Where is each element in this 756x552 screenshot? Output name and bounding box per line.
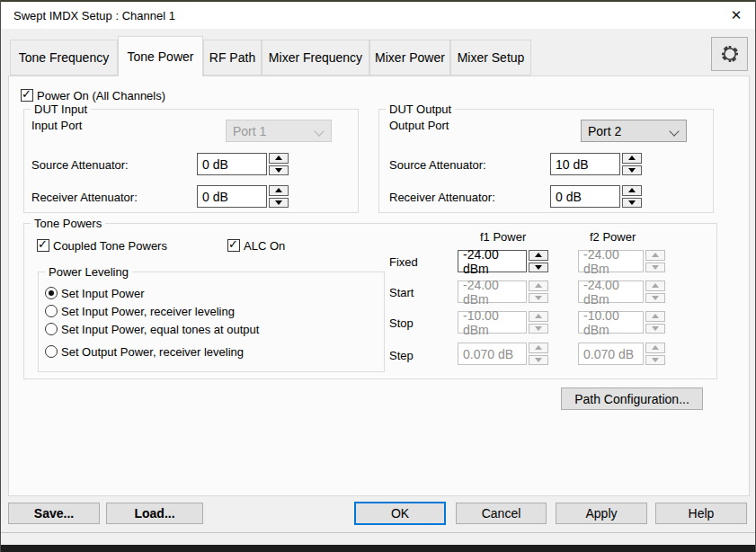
check-icon: ✓	[38, 237, 48, 251]
f1-stop-field: -10.00 dBm	[458, 311, 527, 334]
gear-icon	[718, 42, 742, 66]
f2-step-field: 0.070 dB	[578, 343, 644, 365]
coupled-tone-powers-label: Coupled Tone Powers	[53, 239, 167, 253]
spinner-down-icon	[628, 200, 636, 205]
spinner-up-icon	[535, 345, 542, 350]
window-title: Swept IMDX Setup : Channel 1	[13, 9, 175, 22]
path-configuration-button[interactable]: Path Configuration...	[561, 387, 703, 410]
f2-start-spinner	[645, 280, 665, 303]
dut-input-group-title: DUT Input	[31, 102, 91, 116]
tab-tone-frequency[interactable]: Tone Frequency	[10, 40, 118, 76]
title-bar[interactable]: Swept IMDX Setup : Channel 1 ✕	[1, 2, 756, 29]
tab-mixer-power[interactable]: Mixer Power	[369, 40, 450, 76]
input-receiver-attenuator-spinner[interactable]	[269, 185, 289, 208]
row-label-step: Step	[389, 349, 414, 362]
f2-stop-spinner	[645, 311, 665, 334]
apply-button[interactable]: Apply	[556, 503, 647, 524]
tab-label: Tone Frequency	[19, 50, 109, 65]
spinner-down-button	[645, 324, 665, 334]
spinner-down-button[interactable]	[622, 165, 642, 176]
spinner-up-icon	[535, 253, 542, 257]
spinner-down-button	[645, 293, 665, 304]
spinner-down-icon	[275, 168, 282, 173]
output-receiver-attenuator-label: Receiver Attenuator:	[389, 191, 495, 204]
spinner-down-button[interactable]	[529, 263, 548, 273]
row-label-start: Start	[389, 286, 414, 299]
f1-step-field: 0.070 dB	[458, 343, 527, 365]
background-strip	[1, 545, 756, 552]
spinner-up-button	[529, 343, 548, 353]
spinner-up-icon	[652, 283, 659, 288]
input-port-value: Port 1	[233, 124, 266, 138]
help-button[interactable]: Help	[655, 503, 747, 524]
spinner-up-icon	[652, 314, 659, 318]
output-receiver-attenuator-field[interactable]: 0 dB	[550, 185, 620, 208]
swept-imdx-setup-dialog: Swept IMDX Setup : Channel 1 ✕ Tone Freq…	[0, 0, 756, 552]
save-button[interactable]: Save...	[8, 503, 100, 524]
spinner-up-icon	[628, 156, 636, 160]
output-source-attenuator-spinner[interactable]	[622, 153, 642, 175]
spinner-up-icon	[535, 314, 542, 318]
spinner-up-button	[529, 311, 548, 322]
spinner-up-button[interactable]	[269, 153, 289, 164]
f2-step-spinner	[645, 343, 665, 365]
tab-tone-power[interactable]: Tone Power	[118, 36, 203, 76]
f2-fixed-spinner	[645, 250, 665, 272]
input-source-attenuator-field[interactable]: 0 dB	[197, 153, 267, 175]
cancel-button[interactable]: Cancel	[456, 503, 547, 524]
output-port-combobox[interactable]: Port 2	[581, 120, 687, 142]
tab-label: Mixer Frequency	[269, 50, 362, 65]
coupled-tone-powers-checkbox[interactable]: ✓	[37, 239, 49, 252]
f2-fixed-field: -24.00 dBm	[578, 250, 644, 272]
spinner-up-button[interactable]	[269, 185, 289, 196]
output-port-label: Output Port	[389, 119, 449, 132]
radio-set-input-power-equal-tones-label: Set Input Power, equal tones at output	[61, 323, 259, 336]
output-receiver-attenuator-spinner[interactable]	[622, 185, 642, 208]
spinner-down-button	[529, 293, 548, 304]
f1-fixed-spinner[interactable]	[529, 250, 548, 272]
spinner-up-button[interactable]	[622, 185, 642, 196]
dut-output-group-title: DUT Output	[386, 102, 455, 116]
spinner-up-button	[645, 311, 665, 322]
spinner-down-button[interactable]	[269, 165, 289, 176]
tab-mixer-setup[interactable]: Mixer Setup	[450, 40, 531, 76]
power-on-label: Power On (All Channels)	[37, 89, 165, 102]
spinner-down-button[interactable]	[269, 198, 289, 209]
f1-start-field: -24.00 dBm	[458, 280, 527, 303]
tab-label: Mixer Power	[375, 50, 445, 65]
tab-mixer-frequency[interactable]: Mixer Frequency	[262, 40, 369, 76]
radio-set-input-power-receiver-leveling-label: Set Input Power, receiver leveling	[61, 305, 235, 318]
spinner-up-icon	[652, 253, 659, 257]
alc-on-checkbox[interactable]: ✓	[227, 239, 240, 252]
spinner-down-button[interactable]	[622, 198, 642, 209]
spinner-down-button	[645, 263, 665, 273]
power-leveling-group-title: Power Leveling	[45, 265, 132, 279]
spinner-up-button	[645, 280, 665, 291]
f1-fixed-field[interactable]: -24.00 dBm	[458, 250, 527, 272]
output-source-attenuator-field[interactable]: 10 dB	[550, 153, 620, 175]
radio-dot	[49, 290, 54, 296]
spinner-up-icon	[535, 283, 542, 288]
tab-rf-path[interactable]: RF Path	[203, 40, 262, 76]
radio-set-input-power-equal-tones[interactable]	[45, 323, 58, 335]
spinner-down-icon	[535, 326, 542, 331]
spinner-up-icon	[652, 345, 659, 350]
spinner-down-icon	[652, 358, 659, 362]
radio-set-output-power-receiver-leveling[interactable]	[45, 345, 58, 358]
tab-label: RF Path	[209, 50, 255, 65]
spinner-up-button[interactable]	[622, 153, 642, 164]
input-source-attenuator-spinner[interactable]	[269, 153, 289, 175]
spinner-up-button[interactable]	[529, 250, 548, 261]
load-button[interactable]: Load...	[106, 503, 203, 524]
settings-button[interactable]	[711, 37, 748, 71]
chevron-down-icon	[314, 126, 324, 136]
input-receiver-attenuator-field[interactable]: 0 dB	[197, 185, 267, 208]
close-button[interactable]: ✕	[725, 5, 748, 25]
radio-set-input-power[interactable]	[45, 287, 58, 299]
input-source-attenuator-label: Source Attenuator:	[31, 158, 129, 172]
ok-button[interactable]: OK	[354, 502, 446, 525]
radio-set-input-power-receiver-leveling[interactable]	[45, 305, 58, 317]
f1-power-header: f1 Power	[480, 230, 526, 244]
tone-powers-group-title: Tone Powers	[31, 217, 105, 230]
power-on-checkbox[interactable]: ✓	[21, 89, 33, 102]
